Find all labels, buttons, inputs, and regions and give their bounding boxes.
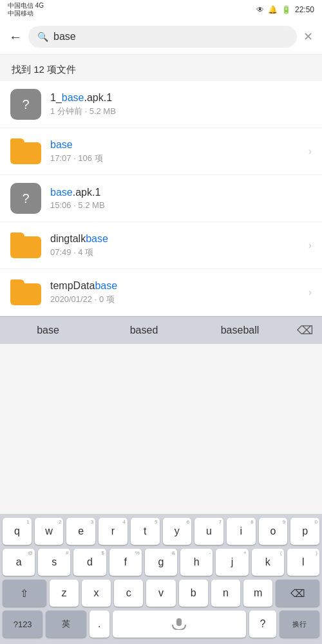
results-header: 找到 12 项文件 (0, 55, 322, 81)
space-key[interactable] (113, 611, 247, 638)
key-a[interactable]: a@ (3, 549, 35, 576)
key-j[interactable]: j+ (216, 549, 248, 576)
file-name: dingtalkbase (50, 233, 299, 245)
key-o[interactable]: o9 (259, 518, 288, 545)
key-k[interactable]: k( (252, 549, 284, 576)
carrier-info: 中国电信 4G 中国移动 (8, 2, 44, 17)
key-g[interactable]: g& (145, 549, 177, 576)
autocomplete-delete-button[interactable]: ⌫ (288, 323, 322, 337)
list-item[interactable]: ? base.apk.1 15:06 · 5.2 MB (0, 175, 322, 222)
file-meta: 2020/01/22 · 0 项 (50, 294, 299, 305)
key-c[interactable]: c (114, 580, 143, 607)
name-highlight: base (86, 233, 108, 244)
folder-icon (10, 136, 41, 167)
key-row-2: a@ s# d$ f% g& h- j+ k( l) (3, 549, 319, 576)
search-icon: 🔍 (37, 32, 48, 42)
list-item[interactable]: ? 1_base.apk.1 1 分钟前 · 5.2 MB (0, 81, 322, 128)
list-item[interactable]: tempDatabase 2020/01/22 · 0 项 › (0, 269, 322, 316)
key-x[interactable]: x (82, 580, 111, 607)
name-post: .apk.1 (73, 187, 101, 198)
battery-icon: 🔋 (281, 5, 291, 14)
status-icons: 👁 🔔 🔋 22:50 (256, 5, 314, 14)
key-b[interactable]: b (179, 580, 208, 607)
keyboard: q1 w2 e3 r4 t5 y6 u7 i8 o9 p0 a@ s# d$ f… (0, 514, 322, 644)
key-i[interactable]: i8 (227, 518, 256, 545)
key-v[interactable]: v (146, 580, 175, 607)
key-s[interactable]: s# (38, 549, 70, 576)
name-post: .apk.1 (84, 92, 113, 103)
autocomplete-item-baseball[interactable]: baseball (192, 322, 288, 339)
key-z[interactable]: z (50, 580, 79, 607)
name-highlight: base (50, 139, 73, 150)
back-button[interactable]: ← (9, 30, 22, 43)
file-info: dingtalkbase 07:49 · 4 项 (50, 233, 299, 258)
lang-key[interactable]: 英 (46, 611, 86, 638)
search-bar: ← 🔍 ✕ (0, 19, 322, 55)
file-meta: 07:49 · 4 项 (50, 247, 299, 258)
enter-key[interactable]: 换行 (279, 611, 319, 638)
question-key[interactable]: ? (249, 611, 276, 638)
eye-icon: 👁 (256, 5, 264, 14)
key-t[interactable]: t5 (131, 518, 160, 545)
delete-key[interactable]: ⌫ (276, 580, 319, 607)
apk-icon: ? (10, 89, 41, 120)
file-name: base.apk.1 (50, 187, 312, 198)
key-w[interactable]: w2 (35, 518, 64, 545)
autocomplete-bar: base based baseball ⌫ (0, 316, 322, 344)
chevron-right-icon: › (308, 146, 312, 157)
key-row-1: q1 w2 e3 r4 t5 y6 u7 i8 o9 p0 (3, 518, 319, 545)
apk-icon: ? (10, 183, 41, 214)
file-meta: 17:07 · 106 项 (50, 153, 299, 164)
key-row-4: ?123 英 . ? 换行 (3, 611, 319, 638)
list-item[interactable]: dingtalkbase 07:49 · 4 项 › (0, 222, 322, 269)
file-info: base 17:07 · 106 项 (50, 139, 299, 164)
name-pre: dingtalk (50, 233, 86, 244)
carrier1: 中国电信 4G (8, 2, 44, 10)
key-y[interactable]: y6 (163, 518, 192, 545)
clear-button[interactable]: ✕ (303, 30, 313, 44)
key-q[interactable]: q1 (3, 518, 32, 545)
shift-key[interactable]: ⇧ (3, 580, 46, 607)
key-row-3: ⇧ z x c v b n m ⌫ (3, 580, 319, 607)
mic-icon (170, 618, 188, 630)
folder-icon (10, 230, 41, 261)
key-n[interactable]: n (211, 580, 240, 607)
carrier2: 中国移动 (8, 10, 44, 17)
time-display: 22:50 (295, 5, 314, 14)
svg-rect-0 (176, 618, 182, 626)
key-d[interactable]: d$ (73, 549, 106, 576)
autocomplete-item-based[interactable]: based (96, 322, 192, 339)
file-meta: 15:06 · 5.2 MB (50, 200, 312, 210)
file-meta: 1 分钟前 · 5.2 MB (50, 106, 312, 117)
dot-key[interactable]: . (90, 611, 109, 638)
file-list: ? 1_base.apk.1 1 分钟前 · 5.2 MB base 17:07… (0, 81, 322, 316)
list-item[interactable]: base 17:07 · 106 项 › (0, 128, 322, 175)
search-input-wrap[interactable]: 🔍 (28, 26, 297, 48)
key-p[interactable]: p0 (290, 518, 319, 545)
name-highlight: base (95, 280, 117, 291)
autocomplete-item-base[interactable]: base (0, 322, 96, 339)
name-pre: tempData (50, 280, 95, 291)
name-highlight: base (62, 92, 84, 103)
name-highlight: base (50, 187, 73, 198)
key-f[interactable]: f% (109, 549, 142, 576)
file-info: base.apk.1 15:06 · 5.2 MB (50, 187, 312, 210)
results-count-label: 找到 12 项文件 (12, 64, 76, 75)
key-l[interactable]: l) (287, 549, 319, 576)
key-u[interactable]: u7 (194, 518, 223, 545)
file-name: base (50, 139, 299, 151)
key-e[interactable]: e3 (66, 518, 95, 545)
chevron-right-icon: › (308, 287, 312, 298)
file-name: tempDatabase (50, 280, 299, 292)
num-switch-key[interactable]: ?123 (3, 611, 43, 638)
search-input[interactable] (53, 31, 288, 43)
file-info: tempDatabase 2020/01/22 · 0 项 (50, 280, 299, 305)
file-name: 1_base.apk.1 (50, 92, 312, 104)
bell-icon: 🔔 (268, 5, 278, 14)
key-r[interactable]: r4 (99, 518, 128, 545)
status-bar: 中国电信 4G 中国移动 👁 🔔 🔋 22:50 (0, 0, 322, 19)
folder-icon (10, 277, 41, 308)
chevron-right-icon: › (308, 240, 312, 251)
key-h[interactable]: h- (180, 549, 213, 576)
key-m[interactable]: m (243, 580, 272, 607)
